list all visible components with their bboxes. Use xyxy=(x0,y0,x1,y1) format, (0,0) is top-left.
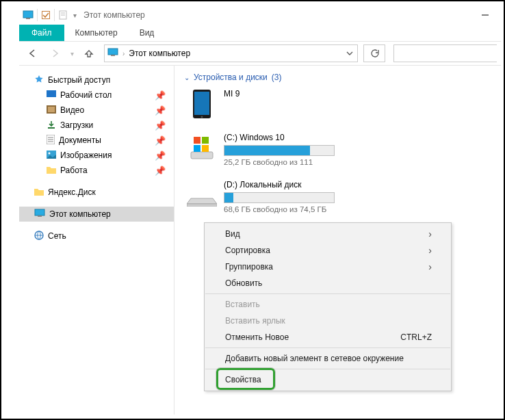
nav-label: Яндекс.Диск xyxy=(48,187,96,197)
svg-rect-25 xyxy=(191,152,213,159)
menu-label: Отменить Новое xyxy=(225,332,289,342)
group-title: Устройства и диски xyxy=(194,73,268,82)
svg-rect-26 xyxy=(194,137,200,144)
downloads-icon xyxy=(47,120,56,131)
nav-label: Сеть xyxy=(48,231,66,241)
hdd-icon xyxy=(187,180,217,210)
breadcrumb[interactable]: Этот компьютер xyxy=(129,49,190,58)
svg-rect-7 xyxy=(108,49,118,55)
nav-label: Рабочий стол xyxy=(60,90,112,100)
nav-network[interactable]: Сеть xyxy=(19,228,174,244)
ctx-add-network[interactable]: Добавить новый элемент в сетевое окружен… xyxy=(205,350,451,367)
usage-bar xyxy=(224,192,335,203)
chevron-right-icon: › xyxy=(122,50,125,57)
ctx-undo[interactable]: Отменить НовоеCTRL+Z xyxy=(205,329,451,345)
nav-documents[interactable]: Документы📌 xyxy=(19,133,174,148)
refresh-button[interactable] xyxy=(363,44,385,62)
pin-icon: 📌 xyxy=(155,105,166,116)
menu-shortcut: CTRL+Z xyxy=(400,332,432,342)
address-bar[interactable]: › Этот компьютер xyxy=(104,44,358,62)
drive-name: MI 9 xyxy=(224,89,365,99)
svg-rect-12 xyxy=(48,127,55,129)
svg-rect-9 xyxy=(47,90,56,97)
chevron-right-icon: › xyxy=(428,261,432,272)
nav-images[interactable]: Изображения📌 xyxy=(19,148,174,163)
chevron-right-icon: › xyxy=(428,228,432,239)
recent-dropdown[interactable]: ▾ xyxy=(67,44,77,63)
qat-dropdown-icon[interactable]: ▾ xyxy=(70,12,79,19)
svg-rect-19 xyxy=(35,209,44,215)
nav-work[interactable]: Работа📌 xyxy=(19,163,174,178)
group-count: (3) xyxy=(272,73,282,82)
ctx-view[interactable]: Вид› xyxy=(205,226,451,242)
menu-label: Обновить xyxy=(225,278,262,288)
svg-rect-11 xyxy=(48,107,55,112)
nav-yandex-disk[interactable]: Яндекс.Диск xyxy=(19,185,174,200)
minimize-button[interactable] xyxy=(469,5,501,25)
ctx-properties[interactable]: Свойства xyxy=(205,371,451,388)
menu-label: Свойства xyxy=(225,375,261,384)
network-icon xyxy=(34,231,44,242)
pin-icon: 📌 xyxy=(155,120,166,131)
images-icon xyxy=(47,150,56,161)
nav-label: Документы xyxy=(59,135,101,145)
device-phone[interactable]: MI 9 xyxy=(184,86,367,122)
ctx-refresh[interactable]: Обновить xyxy=(205,275,451,291)
ctx-group[interactable]: Группировка› xyxy=(205,259,451,275)
chevron-right-icon: › xyxy=(428,245,432,256)
drive-c[interactable]: (C:) Windows 10 25,2 ГБ свободно из 111 xyxy=(184,130,367,169)
star-icon xyxy=(34,75,44,86)
thispc-icon xyxy=(34,209,45,220)
documents-icon xyxy=(47,135,55,146)
navigation-pane: Быстрый доступ Рабочий стол📌 Видео📌 Загр… xyxy=(19,66,174,415)
nav-video[interactable]: Видео📌 xyxy=(19,103,174,118)
menu-label: Добавить новый элемент в сетевое окружен… xyxy=(225,354,404,363)
svg-rect-30 xyxy=(187,204,217,207)
up-button[interactable] xyxy=(79,44,99,63)
nav-quick-access[interactable]: Быстрый доступ xyxy=(19,73,174,88)
qat-properties-icon[interactable] xyxy=(57,10,68,21)
drive-name: (D:) Локальный диск xyxy=(224,180,365,189)
nav-label: Изображения xyxy=(60,150,112,160)
search-input[interactable] xyxy=(393,44,497,62)
address-bar-row: ▾ › Этот компьютер xyxy=(19,42,501,66)
folder-icon xyxy=(47,166,56,176)
pin-icon: 📌 xyxy=(155,90,166,101)
svg-rect-29 xyxy=(202,145,209,152)
menu-label: Сортировка xyxy=(225,246,270,255)
menu-label: Группировка xyxy=(225,262,273,272)
drive-status: 25,2 ГБ свободно из 111 xyxy=(224,158,365,166)
menu-label: Вставить xyxy=(225,300,260,309)
screenshot-frame: ▾ Этот компьютер Файл Компьютер Вид ▾ › … xyxy=(0,0,505,420)
nav-label: Видео xyxy=(60,105,84,115)
ctx-sort[interactable]: Сортировка› xyxy=(205,242,451,259)
computer-tab[interactable]: Компьютер xyxy=(64,25,129,41)
view-tab[interactable]: Вид xyxy=(129,25,166,41)
svg-rect-23 xyxy=(194,92,209,115)
phone-icon xyxy=(187,89,217,119)
windows-drive-icon xyxy=(187,133,217,163)
svg-rect-28 xyxy=(194,145,200,152)
nav-desktop[interactable]: Рабочий стол📌 xyxy=(19,88,174,103)
context-menu: Вид› Сортировка› Группировка› Обновить В… xyxy=(204,222,452,391)
window-title: Этот компьютер xyxy=(83,10,145,20)
qat-checkbox-icon[interactable] xyxy=(40,10,51,21)
drive-d[interactable]: (D:) Локальный диск 68,6 ГБ свободно из … xyxy=(184,177,367,216)
app-icon xyxy=(22,10,34,21)
pin-icon: 📌 xyxy=(155,135,166,146)
address-dropdown[interactable] xyxy=(342,45,357,62)
back-button[interactable] xyxy=(23,44,42,63)
file-tab[interactable]: Файл xyxy=(19,25,64,41)
nav-downloads[interactable]: Загрузки📌 xyxy=(19,118,174,133)
forward-button[interactable] xyxy=(45,44,64,63)
usage-bar xyxy=(224,145,335,156)
nav-this-pc[interactable]: Этот компьютер xyxy=(19,207,174,222)
menu-label: Вид xyxy=(225,229,240,239)
ribbon-tabs: Файл Компьютер Вид xyxy=(19,25,501,42)
svg-rect-20 xyxy=(38,215,42,217)
svg-rect-0 xyxy=(23,11,33,18)
desktop-icon xyxy=(47,90,56,101)
group-header[interactable]: ⌄ Устройства и диски (3) xyxy=(184,73,491,82)
ctx-paste-shortcut: Вставить ярлык xyxy=(205,313,451,329)
svg-point-18 xyxy=(49,152,51,154)
